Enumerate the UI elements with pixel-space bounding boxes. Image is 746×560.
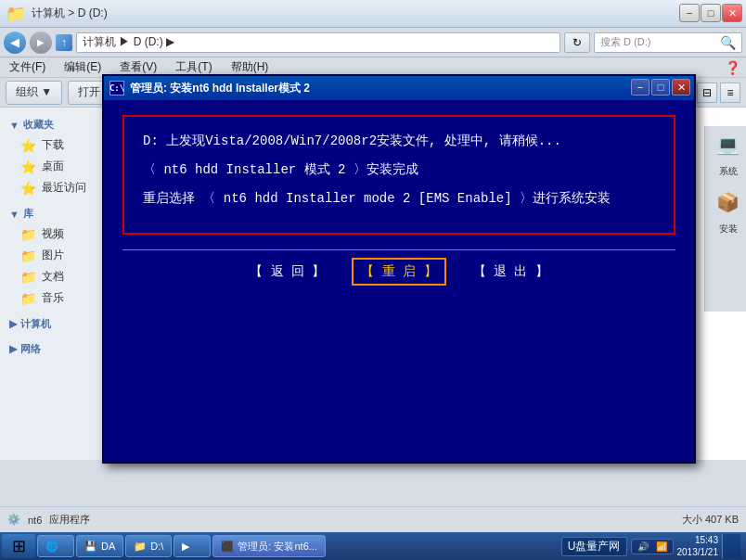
sidebar-recent-label: 最近访问 xyxy=(42,180,86,196)
cmd-line-1: D: 上发现Vista/2008/Win7/2008r2安装文件, 处理中, 请… xyxy=(143,132,655,151)
cmd-close-button[interactable]: ✕ xyxy=(672,79,690,95)
sidebar-video-label: 视频 xyxy=(42,226,64,242)
tray-sound-icon[interactable]: 🔊 xyxy=(637,541,649,552)
cmd-titlebar: C:\ 管理员: 安装nt6 hdd Installer模式 2 − □ ✕ xyxy=(104,76,694,100)
explorer-window: 📁 计算机 > D (D:) − □ ✕ ◀ ▶ ↑ 计算机 ▶ D (D:) … xyxy=(0,0,746,560)
explorer-title: 计算机 > D (D:) xyxy=(32,6,108,21)
cmd-content-box: D: 上发现Vista/2008/Win7/2008r2安装文件, 处理中, 请… xyxy=(122,115,675,235)
sidebar-pictures-label: 图片 xyxy=(42,248,64,263)
cmd-line-3: 重启选择 〈 nt6 hdd Installer mode 2 [EMS Ena… xyxy=(143,189,655,209)
cmd-task-label: 管理员: 安装nt6... xyxy=(238,540,317,554)
chevron-icon4: ▶ xyxy=(9,343,17,355)
menu-edit[interactable]: 编辑(E) xyxy=(60,57,105,77)
star-icon3: ⭐ xyxy=(20,181,36,196)
taskbar-item-media[interactable]: ▶ xyxy=(174,535,211,557)
folder-icon4: 📁 xyxy=(20,291,36,306)
chevron-icon2: ▼ xyxy=(9,209,19,220)
media-icon: ▶ xyxy=(182,541,189,553)
view-icon2[interactable]: ≡ xyxy=(720,83,740,103)
status-filename: nt6 xyxy=(28,515,42,526)
help-icon[interactable]: ❓ xyxy=(725,60,740,75)
minimize-button[interactable]: − xyxy=(679,4,700,22)
menu-file[interactable]: 文件(F) xyxy=(6,57,49,77)
search-box[interactable]: 搜索 D (D:) 🔍 xyxy=(594,32,742,53)
windows-icon: ⊞ xyxy=(12,536,26,556)
chevron-icon: ▼ xyxy=(9,120,19,131)
window-controls: − □ ✕ xyxy=(675,0,746,22)
status-icon: ⚙️ xyxy=(7,514,20,526)
sidebar-documents-label: 文档 xyxy=(42,269,64,285)
cmd-minimize-button[interactable]: − xyxy=(631,79,650,95)
tray-network-icon[interactable]: 📶 xyxy=(656,541,667,552)
address-text: 计算机 ▶ D (D:) ▶ xyxy=(83,34,174,50)
cmd-back-button[interactable]: 【 返 回 】 xyxy=(241,258,333,286)
forward-button[interactable]: ▶ xyxy=(30,32,52,54)
sidebar-music-label: 音乐 xyxy=(42,290,64,306)
cmd-maximize-button[interactable]: □ xyxy=(651,79,670,95)
cmd-restart-button[interactable]: 【 重 启 】 xyxy=(352,258,445,286)
status-filetype: 应用程序 xyxy=(49,513,90,527)
show-desktop-button[interactable] xyxy=(722,534,740,558)
cmd-title: 管理员: 安装nt6 hdd Installer模式 2 xyxy=(130,81,310,96)
taskbar-item-da[interactable]: 💾 DA xyxy=(76,535,123,557)
start-button[interactable]: ⊞ xyxy=(2,534,35,558)
cmd-window: C:\ 管理员: 安装nt6 hdd Installer模式 2 − □ ✕ D… xyxy=(102,74,696,464)
ie-icon: 🌐 xyxy=(45,541,58,553)
refresh-button[interactable]: ↻ xyxy=(564,32,590,53)
view-icon[interactable]: ⊟ xyxy=(697,83,717,103)
status-bar: ⚙️ nt6 应用程序 大小 407 KB xyxy=(0,506,746,532)
star-icon: ⭐ xyxy=(20,138,36,153)
folder-icon3: 📁 xyxy=(20,270,36,285)
cmd-line-2: 〈 nt6 hdd Installer 模式 2 〉安装完成 xyxy=(143,160,655,180)
sidebar-desktop-label: 桌面 xyxy=(42,159,64,174)
address-bar: ◀ ▶ ↑ 计算机 ▶ D (D:) ▶ ↻ 搜索 D (D:) 🔍 xyxy=(0,28,746,57)
cmd-separator xyxy=(122,249,675,250)
up-button[interactable]: ↑ xyxy=(56,34,72,51)
sidebar-library-label: 库 xyxy=(23,207,33,221)
close-button[interactable]: ✕ xyxy=(722,4,742,22)
explorer-titlebar: 📁 计算机 > D (D:) − □ ✕ xyxy=(0,0,746,28)
right-panel: 💻 系统 📦 安装 xyxy=(704,126,746,312)
cmd-task-icon: ⬛ xyxy=(221,541,234,553)
star-icon2: ⭐ xyxy=(20,159,36,174)
system-icon: 💻 xyxy=(716,134,740,156)
cmd-buttons-row: 【 返 回 】 【 重 启 】 【 退 出 】 xyxy=(122,258,675,286)
sidebar-computer-label: 计算机 xyxy=(20,317,51,331)
system-label: 系统 xyxy=(719,165,738,178)
cmd-icon: C:\ xyxy=(109,81,124,95)
drive-label: D:\ xyxy=(150,541,163,552)
clock[interactable]: 15:43 2013/1/21 xyxy=(677,534,719,558)
clock-time: 15:43 xyxy=(677,534,719,546)
back-button[interactable]: ◀ xyxy=(4,32,26,54)
status-filesize: 大小 407 KB xyxy=(682,513,739,527)
search-icon: 🔍 xyxy=(720,35,736,50)
da-label: DA xyxy=(101,541,115,552)
sidebar-downloads-label: 下载 xyxy=(42,137,64,153)
taskbar-item-drive[interactable]: 📁 D:\ xyxy=(125,535,172,557)
chevron-icon3: ▶ xyxy=(9,318,17,330)
tray-site: U盘量产网 xyxy=(568,539,621,554)
clock-date: 2013/1/21 xyxy=(677,546,719,558)
taskbar-right: U盘量产网 🔊 📶 15:43 2013/1/21 xyxy=(561,534,744,558)
organize-button[interactable]: 组织 ▼ xyxy=(6,81,62,105)
taskbar-item-cmd[interactable]: ⬛ 管理员: 安装nt6... xyxy=(212,535,326,557)
cmd-exit-button[interactable]: 【 退 出 】 xyxy=(465,258,557,286)
view-controls: ⊟ ≡ xyxy=(697,83,740,103)
install-icon: 📦 xyxy=(716,191,740,213)
install-label: 安装 xyxy=(719,223,738,235)
sidebar-network-label: 网络 xyxy=(20,342,41,356)
sidebar-favorites-label: 收藏夹 xyxy=(23,118,54,132)
folder-icon2: 📁 xyxy=(20,248,36,263)
explorer-icon: 📁 xyxy=(6,4,26,24)
search-placeholder: 搜索 D (D:) xyxy=(600,35,650,49)
cmd-window-controls: − □ ✕ xyxy=(631,79,690,95)
taskbar: ⊞ 🌐 💾 DA 📁 D:\ ▶ ⬛ 管理员: 安装nt6... U盘量产网 🔊… xyxy=(0,532,746,560)
tray-area: U盘量产网 xyxy=(561,537,627,556)
system-tray: 🔊 📶 xyxy=(631,539,674,554)
drive-icon: 📁 xyxy=(134,541,147,553)
da-icon: 💾 xyxy=(84,541,97,553)
address-path[interactable]: 计算机 ▶ D (D:) ▶ xyxy=(76,32,560,53)
maximize-button[interactable]: □ xyxy=(701,4,721,22)
cmd-body: D: 上发现Vista/2008/Win7/2008r2安装文件, 处理中, 请… xyxy=(104,100,694,462)
taskbar-item-ie[interactable]: 🌐 xyxy=(37,535,74,557)
